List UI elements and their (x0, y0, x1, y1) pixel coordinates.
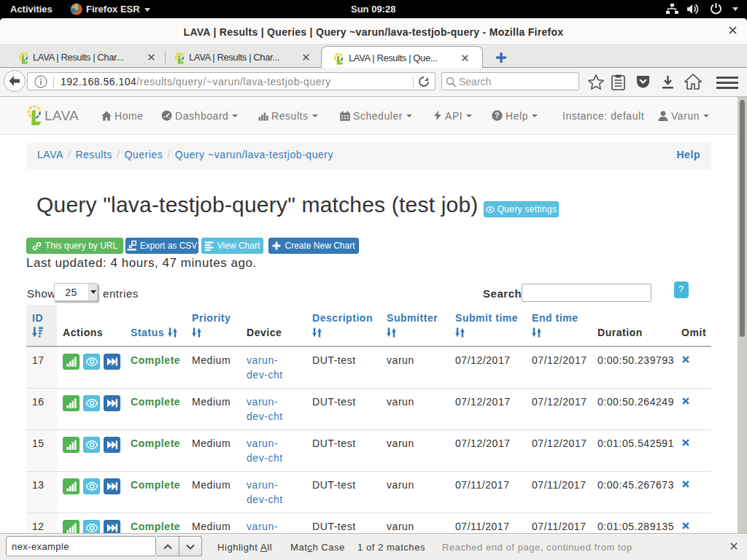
svg-text:?: ? (495, 111, 500, 120)
